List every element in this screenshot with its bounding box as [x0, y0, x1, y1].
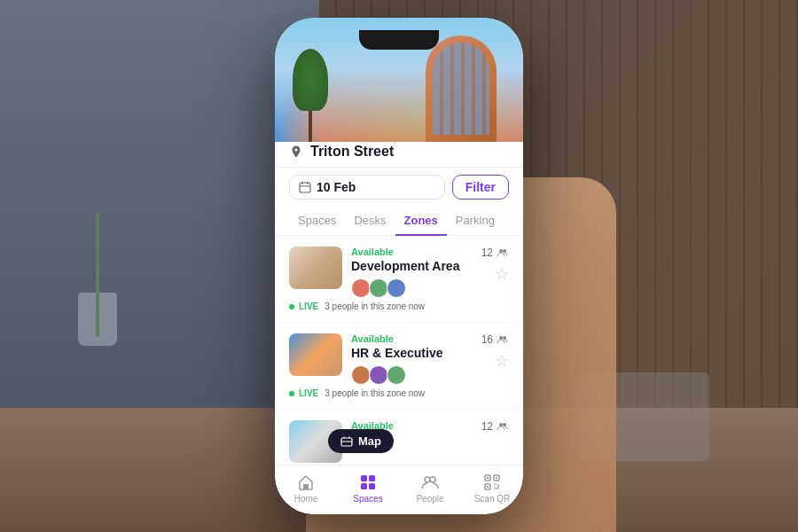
- tab-zones[interactable]: Zones: [395, 207, 447, 236]
- live-text-development: 3 people in this zone now: [325, 301, 425, 311]
- nav-label-scan-qr: Scan QR: [474, 494, 511, 504]
- people-icon: [497, 248, 509, 257]
- zone-name-development: Development Area: [351, 259, 473, 273]
- location-name: Triton Street: [310, 144, 509, 160]
- location-pin-icon: [289, 145, 303, 159]
- live-indicator-hr: LIVE 3 people in this zone now: [289, 385, 509, 398]
- live-label-hr: LIVE: [299, 388, 318, 398]
- zone-image-hr: [289, 333, 342, 376]
- tabs-row: Spaces Desks Zones Parking: [275, 207, 523, 236]
- zone-capacity-hr: 16: [481, 333, 509, 346]
- zone-card-development[interactable]: Available Development Area 12: [275, 236, 523, 323]
- svg-rect-13: [361, 475, 367, 481]
- avatar-hr-1: [351, 365, 371, 385]
- people-nav-icon: [420, 473, 440, 492]
- qr-icon: [482, 473, 502, 492]
- phone-screen: Triton Street 10 Feb Filter Spaces: [275, 18, 523, 514]
- svg-rect-15: [361, 483, 367, 489]
- hero-tree: [288, 44, 332, 142]
- bg-flower: [71, 160, 124, 337]
- people-icon-global: [497, 422, 509, 431]
- spaces-grid-icon: [358, 473, 378, 492]
- svg-point-6: [503, 249, 506, 253]
- tab-spaces[interactable]: Spaces: [289, 207, 345, 236]
- people-icon-hr: [497, 335, 509, 344]
- date-filter-row: 10 Feb Filter: [275, 168, 523, 207]
- selected-date: 10 Feb: [317, 180, 356, 194]
- home-icon: [296, 473, 316, 492]
- nav-label-people: People: [416, 494, 443, 504]
- zone-card-global[interactable]: Available Glob 12: [275, 410, 523, 465]
- svg-rect-14: [369, 475, 375, 481]
- zones-list: Available Development Area 12: [275, 236, 523, 465]
- bottom-nav: Home Spaces: [275, 465, 523, 514]
- filter-button[interactable]: Filter: [452, 175, 509, 200]
- svg-rect-23: [496, 477, 497, 479]
- hero-glass-building: [426, 35, 497, 142]
- zone-thumb-development: [289, 246, 342, 289]
- nav-item-people[interactable]: People: [399, 473, 461, 504]
- calendar-icon: [299, 181, 311, 193]
- zone-right-hr: 16 ☆: [481, 333, 509, 371]
- svg-point-7: [499, 336, 503, 340]
- live-indicator-development: LIVE 3 people in this zone now: [289, 298, 509, 311]
- nav-label-home: Home: [294, 494, 318, 504]
- svg-point-10: [503, 423, 506, 426]
- favorite-star-development[interactable]: ☆: [495, 264, 509, 284]
- svg-rect-12: [303, 484, 309, 489]
- zone-image-development: [289, 246, 342, 289]
- svg-point-5: [499, 249, 503, 253]
- svg-point-18: [430, 477, 435, 482]
- zone-available-hr: Available: [351, 333, 473, 344]
- svg-rect-16: [369, 483, 375, 489]
- nav-item-spaces[interactable]: Spaces: [337, 473, 399, 504]
- zone-info-development: Available Development Area: [351, 246, 473, 298]
- tab-desks[interactable]: Desks: [345, 207, 395, 236]
- svg-point-9: [499, 423, 503, 426]
- live-dot: [289, 304, 294, 309]
- live-text-hr: 3 people in this zone now: [325, 388, 425, 398]
- svg-rect-22: [487, 477, 489, 479]
- avatar-1: [351, 278, 371, 298]
- svg-rect-1: [300, 183, 310, 192]
- tab-parking[interactable]: Parking: [447, 207, 504, 236]
- avatar-hr-2: [369, 365, 388, 385]
- zone-card-hr-executive[interactable]: Available HR & Executive 16: [275, 323, 523, 410]
- svg-point-8: [503, 336, 506, 340]
- map-icon: [340, 435, 353, 448]
- nav-item-scan-qr[interactable]: Scan QR: [461, 473, 523, 504]
- nav-label-spaces: Spaces: [353, 494, 382, 504]
- phone-notch: [359, 30, 439, 50]
- map-button[interactable]: Map: [328, 429, 394, 453]
- zone-name-hr: HR & Executive: [351, 346, 473, 360]
- zone-right-global: 12: [481, 420, 509, 433]
- svg-point-0: [295, 149, 298, 152]
- live-dot-hr: [289, 391, 294, 396]
- zone-avatars-hr: [351, 365, 473, 385]
- zone-avatars-development: [351, 278, 473, 298]
- phone-frame: Triton Street 10 Feb Filter Spaces: [275, 18, 523, 514]
- zone-thumb-hr: [289, 333, 342, 376]
- map-button-label: Map: [358, 434, 381, 448]
- zone-info-hr: Available HR & Executive: [351, 333, 473, 385]
- app-content: Triton Street 10 Feb Filter Spaces: [275, 133, 523, 514]
- live-label: LIVE: [299, 301, 318, 311]
- nav-item-home[interactable]: Home: [275, 473, 337, 504]
- avatar-2: [369, 278, 388, 298]
- zone-capacity-global: 12: [481, 420, 509, 433]
- zone-capacity-development: 12: [481, 246, 509, 259]
- svg-point-17: [425, 477, 430, 482]
- avatar-hr-3: [387, 365, 406, 385]
- favorite-star-hr[interactable]: ☆: [495, 351, 509, 371]
- svg-rect-24: [487, 486, 489, 488]
- avatar-3: [387, 278, 406, 298]
- zone-available-development: Available: [351, 246, 473, 257]
- zone-right-development: 12 ☆: [481, 246, 509, 284]
